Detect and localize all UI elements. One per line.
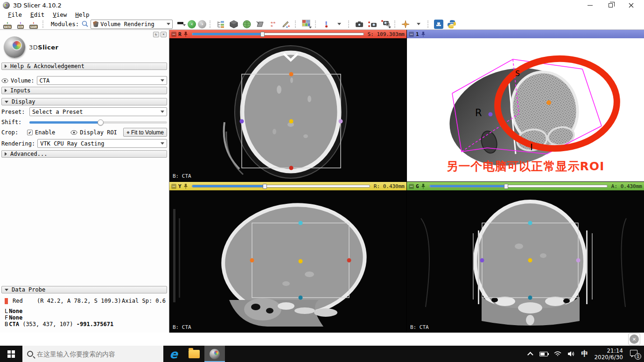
folder-icon bbox=[189, 350, 200, 358]
module-search-icon[interactable] bbox=[82, 21, 89, 28]
roi-handle[interactable] bbox=[250, 258, 254, 263]
green-slice-viewport[interactable]: B: CTA bbox=[407, 190, 644, 333]
crop-label: Crop: bbox=[1, 129, 25, 136]
dropdown-arrow-icon[interactable] bbox=[413, 20, 424, 29]
search-input[interactable] bbox=[37, 350, 144, 358]
editor-module-button[interactable] bbox=[280, 20, 292, 29]
preset-selector[interactable]: Select a Preset bbox=[29, 107, 167, 116]
collapse-icon[interactable]: – bbox=[171, 184, 176, 189]
start-button[interactable] bbox=[0, 346, 22, 362]
roi-handle[interactable] bbox=[289, 166, 294, 170]
display-roi-eye-icon[interactable] bbox=[70, 130, 77, 135]
crosshair-button[interactable] bbox=[400, 20, 411, 29]
collapse-icon[interactable]: – bbox=[409, 32, 414, 37]
roi-handle[interactable] bbox=[299, 259, 303, 264]
rendering-selector[interactable]: VTK CPU Ray Casting bbox=[37, 139, 167, 148]
scene-view-restore-button[interactable] bbox=[380, 20, 391, 29]
roi-handle[interactable] bbox=[489, 112, 493, 117]
taskbar-slicer[interactable] bbox=[204, 346, 225, 362]
roi-handle[interactable] bbox=[528, 258, 532, 263]
roi-handle[interactable] bbox=[339, 119, 343, 124]
volume-selector[interactable]: CTA bbox=[37, 76, 167, 85]
roi-handle[interactable] bbox=[546, 100, 551, 105]
green-slice-offset-slider[interactable] bbox=[429, 184, 608, 188]
subject-hierarchy-button[interactable] bbox=[215, 20, 226, 29]
module-forward-button[interactable]: › bbox=[198, 20, 206, 28]
markups-module-button[interactable]: ✳✳✳ bbox=[267, 20, 279, 29]
panel-close-icon[interactable]: ✕ bbox=[161, 32, 167, 37]
close-button[interactable] bbox=[621, 0, 641, 10]
red-slice-viewport[interactable]: B: CTA bbox=[169, 38, 406, 181]
scene-view-capture-button[interactable] bbox=[367, 20, 378, 29]
tray-chevron-icon[interactable] bbox=[529, 352, 533, 356]
wifi-icon[interactable] bbox=[554, 351, 561, 357]
coronal-ct-image[interactable] bbox=[407, 190, 644, 333]
load-dicom-button[interactable]: ⬆DCM bbox=[15, 20, 26, 29]
minimize-button[interactable] bbox=[580, 0, 600, 10]
extensions-manager-button[interactable] bbox=[433, 20, 444, 29]
axial-ct-image[interactable] bbox=[169, 38, 406, 181]
pin-icon[interactable] bbox=[421, 31, 426, 37]
sagittal-ct-image[interactable] bbox=[169, 190, 406, 333]
taskbar-search[interactable] bbox=[22, 346, 163, 362]
roi-handle[interactable] bbox=[480, 258, 484, 263]
yellow-slice-viewport[interactable]: B: CTA bbox=[169, 190, 406, 333]
volume-icon[interactable] bbox=[567, 351, 575, 357]
eye-icon[interactable] bbox=[1, 78, 8, 83]
menu-view[interactable]: View bbox=[49, 11, 71, 18]
data-probe-section[interactable]: Data Probe bbox=[1, 286, 167, 293]
taskbar-explorer[interactable] bbox=[184, 346, 204, 362]
edge-icon: e bbox=[169, 348, 178, 360]
dropdown-arrow-icon[interactable] bbox=[334, 20, 345, 29]
models-module-button[interactable] bbox=[241, 20, 252, 29]
taskbar-clock[interactable]: 21:14 2020/6/30 bbox=[594, 348, 623, 361]
volumes-module-button[interactable] bbox=[228, 20, 239, 29]
fit-to-volume-button[interactable]: ⌖ Fit to Volume bbox=[123, 128, 167, 137]
slice-offset-button[interactable]: ↕ bbox=[321, 20, 332, 29]
crop-enable-checkbox[interactable]: ✔ bbox=[27, 130, 33, 135]
roi-handle[interactable] bbox=[528, 221, 532, 225]
roi-handle[interactable] bbox=[299, 221, 303, 225]
screenshot-button[interactable] bbox=[354, 20, 365, 29]
advanced-section[interactable]: Advanced... bbox=[1, 150, 167, 158]
roi-handle[interactable] bbox=[289, 119, 294, 124]
taskbar-edge[interactable]: e bbox=[163, 346, 184, 362]
module-back-button[interactable]: ‹ bbox=[188, 20, 196, 28]
menu-file[interactable]: File bbox=[4, 11, 26, 18]
transforms-module-button[interactable] bbox=[254, 20, 266, 29]
battery-icon[interactable] bbox=[539, 352, 548, 356]
toolbar-separator bbox=[42, 21, 45, 28]
roi-handle[interactable] bbox=[528, 296, 532, 300]
ime-indicator[interactable]: 中 bbox=[581, 349, 588, 358]
roi-handle[interactable] bbox=[576, 258, 581, 263]
panel-undock-icon[interactable]: ↻ bbox=[153, 32, 159, 37]
menu-edit[interactable]: Edit bbox=[26, 11, 49, 18]
roi-handle[interactable] bbox=[289, 72, 294, 77]
threeD-viewport[interactable]: R S I 另一个电脑可以正常显示ROI bbox=[407, 38, 644, 181]
save-button[interactable]: ⬆SAVE bbox=[28, 20, 39, 29]
yellow-slice-offset-slider[interactable] bbox=[192, 184, 370, 188]
shift-slider[interactable] bbox=[29, 119, 167, 125]
python-console-button[interactable] bbox=[446, 20, 457, 29]
advanced-label: Advanced... bbox=[10, 151, 47, 157]
roi-handle[interactable] bbox=[240, 119, 244, 124]
roi-handle[interactable] bbox=[347, 258, 351, 263]
load-data-button[interactable]: ⬆DATA bbox=[2, 20, 13, 29]
restore-button[interactable] bbox=[600, 0, 621, 10]
module-history-button[interactable] bbox=[175, 20, 186, 29]
pin-icon[interactable] bbox=[183, 31, 188, 37]
collapse-icon[interactable]: – bbox=[171, 32, 176, 37]
overlay-close-button[interactable]: ✕ bbox=[628, 333, 640, 345]
menu-help[interactable]: Help bbox=[71, 11, 93, 18]
red-slice-offset-slider[interactable] bbox=[192, 32, 364, 36]
roi-handle[interactable] bbox=[299, 296, 303, 300]
module-selector[interactable]: Volume Rendering bbox=[91, 20, 173, 29]
pin-icon[interactable] bbox=[421, 183, 426, 189]
action-center-button[interactable]: 1 bbox=[629, 349, 639, 359]
layout-selector-button[interactable] bbox=[301, 20, 312, 29]
display-section[interactable]: Display bbox=[1, 98, 167, 105]
inputs-section[interactable]: Inputs bbox=[1, 87, 167, 94]
pin-icon[interactable] bbox=[183, 183, 188, 189]
help-acknowledgement-section[interactable]: Help & Acknowledgement bbox=[1, 63, 167, 70]
collapse-icon[interactable]: – bbox=[409, 184, 414, 189]
